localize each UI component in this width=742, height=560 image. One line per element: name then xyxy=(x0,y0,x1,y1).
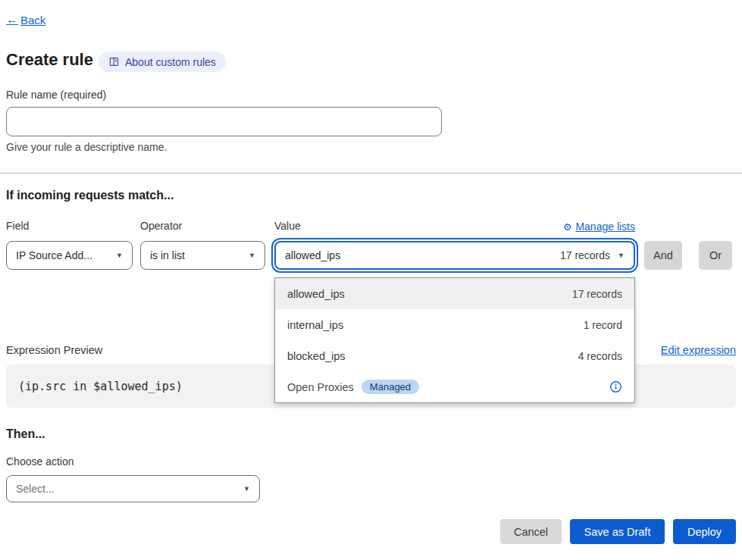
page-title: Create rule xyxy=(6,50,93,70)
value-column-label: Value xyxy=(274,220,301,232)
about-custom-rules-label: About custom rules xyxy=(125,56,216,68)
operator-select[interactable]: is in list ▼ xyxy=(140,241,265,270)
deploy-button[interactable]: Deploy xyxy=(673,519,736,544)
list-dropdown-panel: allowed_ips 17 records internal_ips 1 re… xyxy=(274,277,635,403)
action-select-placeholder: Select... xyxy=(16,483,55,495)
edit-expression-link[interactable]: Edit expression xyxy=(661,344,736,356)
chevron-down-icon: ▼ xyxy=(249,252,255,259)
field-select[interactable]: IP Source Add... ▼ xyxy=(6,241,133,270)
list-option-name: allowed_ips xyxy=(287,288,345,300)
back-arrow-icon: ← xyxy=(6,13,18,27)
chevron-down-icon: ▼ xyxy=(116,252,123,259)
list-option-name: blocked_ips xyxy=(287,350,346,362)
list-option-record-count: 17 records xyxy=(572,288,622,300)
or-button[interactable]: Or xyxy=(699,241,732,270)
rule-name-label: Rule name (required) xyxy=(6,89,106,101)
info-icon[interactable] xyxy=(609,380,622,393)
book-icon xyxy=(108,56,120,67)
about-custom-rules-link[interactable]: About custom rules xyxy=(99,52,226,72)
rule-name-helper: Give your rule a descriptive name. xyxy=(6,141,167,153)
value-select[interactable]: allowed_ips 17 records ▼ xyxy=(274,241,635,270)
list-option-name: Open Proxies xyxy=(287,381,354,393)
choose-action-label: Choose action xyxy=(6,455,74,468)
back-link-label: Back xyxy=(20,14,45,27)
chevron-down-icon: ▼ xyxy=(243,485,250,493)
section-divider xyxy=(0,173,742,174)
managed-badge: Managed xyxy=(362,380,419,394)
list-option-internal-ips[interactable]: internal_ips 1 record xyxy=(275,309,634,340)
gear-icon: ⚙ xyxy=(563,222,572,232)
value-select-record-count: 17 records xyxy=(560,249,610,261)
list-option-open-proxies[interactable]: Open Proxies Managed xyxy=(275,371,634,402)
and-button[interactable]: And xyxy=(644,241,682,270)
value-select-value: allowed_ips xyxy=(285,249,340,261)
create-rule-page: ← Back Create rule About custom rules Ru… xyxy=(0,0,742,560)
manage-lists-label: Manage lists xyxy=(575,221,635,233)
cancel-button[interactable]: Cancel xyxy=(500,519,562,544)
operator-column-label: Operator xyxy=(140,220,182,232)
then-section-heading: Then... xyxy=(6,427,45,441)
match-section-heading: If incoming requests match... xyxy=(6,189,174,202)
chevron-down-icon: ▼ xyxy=(618,252,625,259)
list-option-allowed-ips[interactable]: allowed_ips 17 records xyxy=(275,278,634,309)
action-select[interactable]: Select... ▼ xyxy=(6,475,260,502)
save-as-draft-button[interactable]: Save as Draft xyxy=(570,519,665,544)
back-link[interactable]: ← Back xyxy=(6,13,45,27)
list-option-blocked-ips[interactable]: blocked_ips 4 records xyxy=(275,340,634,371)
list-option-record-count: 4 records xyxy=(578,350,622,362)
expression-code: (ip.src in $allowed_ips) xyxy=(18,380,183,393)
manage-lists-link[interactable]: ⚙ Manage lists xyxy=(563,221,635,233)
operator-select-value: is in list xyxy=(150,249,185,261)
field-column-label: Field xyxy=(6,220,29,232)
expression-preview-label: Expression Preview xyxy=(6,344,102,356)
list-option-name: internal_ips xyxy=(287,319,343,331)
rule-name-input[interactable] xyxy=(6,107,442,136)
list-option-record-count: 1 record xyxy=(584,319,622,331)
field-select-value: IP Source Add... xyxy=(16,249,92,261)
